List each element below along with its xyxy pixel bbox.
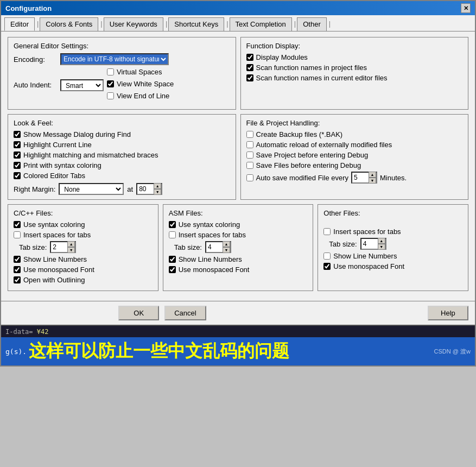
- look-feel-item-1: Highlight Current Line: [14, 141, 230, 149]
- asm-tab-size-input[interactable]: [206, 243, 223, 251]
- asm-insert-spaces-checkbox[interactable]: [169, 231, 176, 238]
- highlight-braces-checkbox[interactable]: [14, 152, 21, 159]
- file-project-section: File & Project Handling: Create Backup f…: [240, 114, 469, 200]
- virtual-spaces-group: Virtual Spaces View White Space View End…: [107, 68, 174, 102]
- other-insert-spaces-checkbox[interactable]: [323, 228, 331, 235]
- cpp-show-line-checkbox[interactable]: [14, 256, 21, 263]
- margin-number-input[interactable]: [137, 185, 154, 193]
- other-show-line-label: Show Line Numbers: [333, 252, 397, 260]
- auto-save-checkbox[interactable]: [246, 174, 253, 181]
- cpp-insert-spaces-checkbox[interactable]: [14, 231, 21, 238]
- cpp-tab-down[interactable]: ▼: [67, 247, 75, 253]
- auto-save-spin-up[interactable]: ▲: [369, 172, 376, 178]
- other-show-line-checkbox[interactable]: [323, 253, 331, 260]
- look-feel-title: Look & Feel:: [14, 119, 230, 127]
- encoding-label: Encoding:: [14, 55, 57, 64]
- configuration-window: Configuration ✕ Editor | Colors & Fonts …: [0, 0, 476, 367]
- tab-other[interactable]: Other: [297, 17, 327, 31]
- asm-tab-up[interactable]: ▲: [223, 241, 230, 247]
- scan-editor-row: Scan function names in current editor fi…: [246, 74, 463, 82]
- auto-reload-checkbox[interactable]: [246, 141, 253, 148]
- tab-colors-fonts[interactable]: Colors & Fonts: [40, 17, 98, 31]
- file-project-title: File & Project Handling:: [246, 119, 463, 127]
- save-files-debug-checkbox[interactable]: [246, 162, 253, 169]
- chinese-text-bar: g(s). 这样可以防止一些中文乱码的问题 CSDN @ 渡w: [1, 337, 475, 365]
- cancel-button[interactable]: Cancel: [164, 306, 206, 320]
- file-project-item-1: Automatic reload of externally modified …: [246, 141, 463, 149]
- auto-indent-select[interactable]: Smart: [60, 79, 104, 91]
- display-modules-row: Display Modules: [246, 53, 463, 61]
- tab-shortcut-keys[interactable]: Shortcut Keys: [168, 17, 224, 31]
- other-tab-down[interactable]: ▼: [378, 244, 385, 250]
- asm-tab-size-spinbox: ▲ ▼: [205, 241, 231, 253]
- print-syntax-checkbox[interactable]: [14, 162, 21, 169]
- asm-use-syntax-label: Use syntax coloring: [179, 220, 240, 229]
- asm-files-section: ASM Files: Use syntax coloring Insert sp…: [163, 204, 314, 291]
- tab-user-keywords[interactable]: User Keywords: [104, 17, 163, 31]
- asm-insert-spaces-row: Insert spaces for tabs: [169, 231, 308, 239]
- virtual-spaces-checkbox[interactable]: [107, 68, 114, 75]
- help-button[interactable]: Help: [428, 306, 468, 320]
- encoding-select[interactable]: Encode in UTF-8 without signature: [60, 53, 169, 65]
- right-margin-select[interactable]: None: [59, 183, 124, 195]
- other-monospaced-checkbox[interactable]: [323, 263, 331, 270]
- margin-spin-up[interactable]: ▲: [154, 183, 161, 189]
- view-end-of-line-checkbox[interactable]: [107, 92, 114, 99]
- auto-save-input[interactable]: [352, 174, 369, 181]
- tab-content-editor: General Editor Settings: Encoding: Encod…: [1, 31, 475, 301]
- cpp-outlining-checkbox[interactable]: [14, 276, 21, 283]
- cpp-tab-up[interactable]: ▲: [67, 241, 75, 247]
- window-title: Configuration: [5, 4, 52, 12]
- tab-editor[interactable]: Editor: [4, 17, 35, 31]
- close-button[interactable]: ✕: [461, 3, 471, 13]
- create-backup-checkbox[interactable]: [246, 131, 253, 138]
- show-message-dialog-checkbox[interactable]: [14, 131, 21, 138]
- asm-show-line-checkbox[interactable]: [169, 256, 176, 263]
- scan-editor-label: Scan function names in current editor fi…: [256, 74, 388, 82]
- colored-tabs-checkbox[interactable]: [14, 172, 21, 179]
- view-white-space-checkbox[interactable]: [107, 80, 114, 87]
- other-files-section: Other Files: Insert spaces for tabs Tab …: [318, 204, 468, 291]
- other-monospaced-row: Use monospaced Font: [323, 262, 462, 270]
- cpp-use-syntax-checkbox[interactable]: [14, 221, 21, 228]
- auto-save-spin-down[interactable]: ▼: [369, 178, 376, 184]
- highlight-current-line-checkbox[interactable]: [14, 141, 21, 148]
- other-insert-spaces-row: Insert spaces for tabs: [323, 228, 462, 236]
- cpp-monospaced-row: Use monospaced Font: [14, 266, 153, 274]
- scan-project-checkbox[interactable]: [246, 64, 253, 71]
- cpp-tab-size-spin-buttons: ▲ ▼: [67, 241, 75, 253]
- auto-save-spinbox: ▲ ▼: [351, 172, 377, 184]
- tabs-bar: Editor | Colors & Fonts | User Keywords …: [1, 15, 475, 31]
- margin-spin-buttons: ▲ ▼: [154, 183, 161, 195]
- look-feel-section: Look & Feel: Show Message Dialog during …: [8, 114, 236, 200]
- cpp-monospaced-label: Use monospaced Font: [23, 266, 94, 274]
- colored-tabs-label: Colored Editor Tabs: [23, 172, 85, 180]
- auto-save-label: Auto save modified File every: [256, 174, 349, 182]
- look-feel-item-2: Highlight matching and mismatched braces: [14, 151, 230, 159]
- cpp-monospaced-checkbox[interactable]: [14, 266, 21, 273]
- scan-editor-checkbox[interactable]: [246, 74, 253, 81]
- cpp-use-syntax-row: Use syntax coloring: [14, 220, 153, 229]
- cpp-tab-size-input[interactable]: [51, 243, 67, 251]
- asm-monospaced-checkbox[interactable]: [169, 266, 176, 273]
- tab-separator-1: |: [36, 17, 40, 31]
- csdn-watermark: CSDN @ 渡w: [434, 348, 471, 356]
- display-modules-checkbox[interactable]: [246, 54, 253, 61]
- other-tab-size-input[interactable]: [361, 240, 378, 248]
- asm-use-syntax-checkbox[interactable]: [169, 221, 176, 228]
- ok-button[interactable]: OK: [118, 306, 159, 320]
- code-value: ¥42: [37, 328, 49, 336]
- margin-spin-down[interactable]: ▼: [154, 189, 161, 195]
- other-tab-up[interactable]: ▲: [378, 238, 385, 244]
- tab-separator-5: |: [293, 17, 297, 31]
- tab-text-completion[interactable]: Text Completion: [230, 17, 292, 31]
- create-backup-label: Create Backup files (*.BAK): [256, 130, 343, 138]
- save-project-debug-checkbox[interactable]: [246, 152, 253, 159]
- tab-separator-6: |: [328, 17, 332, 31]
- auto-save-row: Auto save modified File every ▲ ▼ Minute…: [246, 172, 463, 184]
- tab-separator-2: |: [99, 17, 103, 31]
- cpp-insert-spaces-row: Insert spaces for tabs: [14, 231, 153, 239]
- asm-tab-down[interactable]: ▼: [223, 247, 230, 253]
- view-white-space-row: View White Space: [107, 80, 174, 88]
- buttons-row-outer: OK Cancel Help: [1, 301, 475, 325]
